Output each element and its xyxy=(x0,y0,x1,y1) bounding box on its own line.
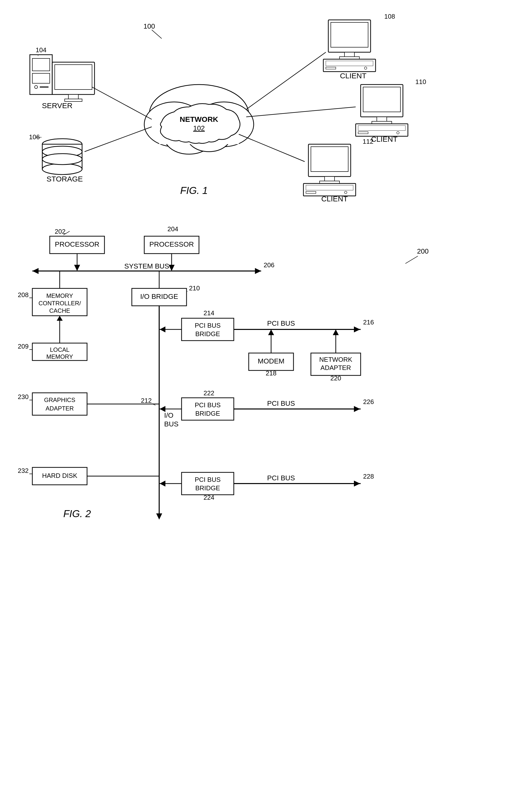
server-icon xyxy=(30,55,95,101)
client3-num: 112 xyxy=(362,138,373,145)
svg-rect-14 xyxy=(65,99,82,101)
netadapter-label1: NETWORK xyxy=(319,356,353,363)
modem-label: MODEM xyxy=(258,357,284,365)
diagram200-arrow xyxy=(405,256,418,263)
processor2-label: PROCESSOR xyxy=(149,240,194,248)
proc1-down-arrow xyxy=(74,265,80,271)
graphics-num: 230 xyxy=(18,393,29,401)
localmem-label1: LOCAL xyxy=(50,346,70,353)
pcibus3-bus-label: PCI BUS xyxy=(267,474,295,482)
iobus-label1: I/O xyxy=(164,411,173,419)
processor1-label: PROCESSOR xyxy=(55,240,99,248)
memctrl-label3: CACHE xyxy=(49,307,70,314)
proc2-down-arrow xyxy=(168,265,175,271)
svg-rect-37 xyxy=(311,147,348,172)
diagram100-arrow xyxy=(152,30,162,38)
client1-icon xyxy=(323,20,375,71)
netadapter-label2: ADAPTER xyxy=(321,364,351,371)
storage-icon xyxy=(42,139,82,175)
client3-label: CLIENT xyxy=(321,195,348,203)
client2-icon xyxy=(356,84,408,136)
modem-num: 218 xyxy=(265,370,276,377)
storage-arrow: — xyxy=(36,134,42,140)
pcibus3-label2: BRIDGE xyxy=(195,484,220,492)
pcibus1-num: 214 xyxy=(204,309,214,317)
pcibus3-num: 224 xyxy=(204,494,214,501)
proc2-num: 204 xyxy=(167,225,178,233)
network-num: 102 xyxy=(193,124,205,132)
svg-rect-30 xyxy=(377,117,387,121)
pcibus2-label2: BRIDGE xyxy=(195,410,220,417)
network-client2-line xyxy=(246,107,356,117)
memctrl-localmem-arrow xyxy=(57,316,63,321)
network-client1-line xyxy=(246,52,326,109)
pcibus2-bus-num: 226 xyxy=(363,398,374,405)
pcibus3-label1: PCI BUS xyxy=(195,476,221,483)
diagram200-num: 200 xyxy=(417,247,429,255)
netadapter-pcibus-arrow xyxy=(333,329,339,335)
graphics-box xyxy=(32,393,87,415)
client1-label: CLIENT xyxy=(340,71,367,80)
sysbus-num: 206 xyxy=(264,261,274,269)
pcibus2-bus-label: PCI BUS xyxy=(267,400,295,407)
diagram-container: NETWORK 102 SERVER 104 . xyxy=(0,0,532,810)
pcibus2-right-arrow xyxy=(354,406,360,412)
svg-rect-22 xyxy=(344,52,354,57)
storage-label: STORAGE xyxy=(47,175,83,183)
sysbus-label: SYSTEM BUS xyxy=(124,262,169,270)
memctrl-label2: CONTROLLER/ xyxy=(38,300,81,307)
pcibus3-bus-num: 228 xyxy=(363,473,374,480)
modem-pcibus-arrow xyxy=(268,329,274,335)
fig1-label: FIG. 1 xyxy=(180,185,208,196)
pcibus1-label2: BRIDGE xyxy=(195,330,220,338)
harddisk-label: HARD DISK xyxy=(42,472,77,479)
svg-rect-10 xyxy=(40,86,48,87)
iobus-num: 212 xyxy=(141,397,152,404)
pcibus1-bus-num: 216 xyxy=(363,319,374,326)
network-client3-line xyxy=(239,134,305,162)
client2-num: 110 xyxy=(415,78,426,85)
iobridge-num: 210 xyxy=(189,285,200,292)
netadapter-num: 220 xyxy=(330,374,341,382)
sysbus-left-arrow xyxy=(32,268,38,274)
svg-rect-12 xyxy=(55,65,92,90)
iobus-label2: BUS xyxy=(164,420,179,428)
svg-point-19 xyxy=(42,153,82,165)
pcibus1-label1: PCI BUS xyxy=(195,322,221,329)
server-network-line xyxy=(92,87,152,119)
storage-network-line xyxy=(84,127,152,152)
harddisk-num: 232 xyxy=(18,467,29,474)
fig2-label: FIG. 2 xyxy=(63,508,91,519)
proc1-num: 202 xyxy=(55,228,65,235)
localmem-label2: MEMORY xyxy=(46,353,73,360)
client1-num: 108 xyxy=(384,13,395,20)
svg-rect-29 xyxy=(363,87,400,112)
iobus-pcibus1-arrow xyxy=(160,326,165,333)
pcibus1-right-arrow xyxy=(354,326,360,333)
diagram100-num: 100 xyxy=(144,22,155,30)
pcibus1-bus-label: PCI BUS xyxy=(267,320,295,327)
svg-rect-38 xyxy=(325,177,335,181)
server-num-dot: . xyxy=(37,51,39,57)
sysbus-right-arrow xyxy=(255,268,261,274)
localmem-num: 209 xyxy=(18,343,29,350)
graphics-label2: ADAPTER xyxy=(46,405,74,412)
client2-label: CLIENT xyxy=(371,135,398,143)
iobus-pcibus2-arrow xyxy=(160,406,165,412)
iobridge-label: I/O BRIDGE xyxy=(140,293,178,300)
iobus-down-arrow xyxy=(156,514,162,520)
svg-rect-6 xyxy=(30,55,52,95)
client3-icon xyxy=(303,144,356,196)
pcibus2-num: 222 xyxy=(204,389,214,397)
server-label: SERVER xyxy=(42,101,72,110)
memctrl-num: 208 xyxy=(18,291,29,298)
main-svg: NETWORK 102 SERVER 104 . xyxy=(0,0,532,810)
memctrl-label1: MEMORY xyxy=(46,292,73,299)
graphics-label1: GRAPHICS xyxy=(44,396,75,403)
svg-rect-21 xyxy=(331,22,368,47)
pcibus2-label1: PCI BUS xyxy=(195,401,221,409)
pcibus3-right-arrow xyxy=(354,481,360,487)
iobus-pcibus3-arrow xyxy=(160,481,165,487)
network-label: NETWORK xyxy=(180,115,219,123)
svg-point-17 xyxy=(42,164,82,175)
